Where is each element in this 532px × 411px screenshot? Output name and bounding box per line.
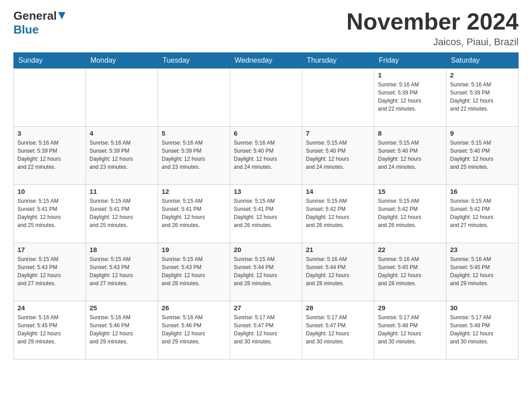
day-number: 26 [162, 304, 226, 312]
day-number: 20 [234, 246, 298, 253]
day-info: Sunrise: 5:16 AMSunset: 5:40 PMDaylight:… [234, 139, 298, 171]
day-number: 5 [162, 129, 226, 137]
day-number: 29 [378, 304, 442, 312]
day-number: 15 [378, 188, 442, 195]
calendar-subtitle: Jaicos, Piaui, Brazil [347, 36, 519, 48]
day-info: Sunrise: 5:16 AMSunset: 5:46 PMDaylight:… [90, 313, 154, 346]
day-info: Sunrise: 5:17 AMSunset: 5:47 PMDaylight:… [306, 313, 370, 346]
calendar-cell: 23Sunrise: 5:16 AMSunset: 5:45 PMDayligh… [446, 243, 519, 301]
day-info: Sunrise: 5:15 AMSunset: 5:41 PMDaylight:… [17, 197, 82, 229]
calendar-cell [14, 68, 86, 127]
calendar-cell: 30Sunrise: 5:17 AMSunset: 5:48 PMDayligh… [446, 301, 519, 360]
day-info: Sunrise: 5:16 AMSunset: 5:44 PMDaylight:… [306, 255, 370, 287]
day-info: Sunrise: 5:15 AMSunset: 5:40 PMDaylight:… [306, 139, 370, 171]
calendar-cell: 22Sunrise: 5:16 AMSunset: 5:45 PMDayligh… [374, 243, 446, 301]
day-info: Sunrise: 5:15 AMSunset: 5:44 PMDaylight:… [234, 255, 298, 287]
title-area: November 2024 Jaicos, Piaui, Brazil [347, 9, 519, 48]
calendar-cell: 10Sunrise: 5:15 AMSunset: 5:41 PMDayligh… [14, 185, 86, 243]
day-number: 7 [306, 129, 370, 137]
day-info: Sunrise: 5:15 AMSunset: 5:41 PMDaylight:… [90, 197, 154, 229]
calendar-cell: 16Sunrise: 5:15 AMSunset: 5:42 PMDayligh… [446, 185, 519, 243]
weekday-header-sunday: Sunday [14, 53, 86, 68]
calendar-cell: 18Sunrise: 5:15 AMSunset: 5:43 PMDayligh… [86, 243, 158, 301]
logo-blue-text: Blue [13, 23, 39, 37]
day-number: 24 [17, 304, 82, 312]
calendar-cell: 2Sunrise: 5:16 AMSunset: 5:39 PMDaylight… [446, 68, 519, 127]
calendar-cell: 27Sunrise: 5:17 AMSunset: 5:47 PMDayligh… [230, 301, 302, 360]
day-number: 18 [90, 246, 154, 253]
day-info: Sunrise: 5:15 AMSunset: 5:42 PMDaylight:… [306, 197, 370, 229]
calendar-week-row: 17Sunrise: 5:15 AMSunset: 5:43 PMDayligh… [14, 243, 519, 301]
day-info: Sunrise: 5:16 AMSunset: 5:45 PMDaylight:… [450, 255, 515, 287]
day-number: 16 [450, 188, 515, 195]
calendar-cell: 7Sunrise: 5:15 AMSunset: 5:40 PMDaylight… [302, 127, 374, 185]
day-info: Sunrise: 5:16 AMSunset: 5:39 PMDaylight:… [162, 139, 226, 171]
day-number: 28 [306, 304, 370, 312]
calendar-cell: 11Sunrise: 5:15 AMSunset: 5:41 PMDayligh… [86, 185, 158, 243]
calendar-cell [86, 68, 158, 127]
day-info: Sunrise: 5:16 AMSunset: 5:45 PMDaylight:… [378, 255, 442, 287]
calendar-cell: 4Sunrise: 5:16 AMSunset: 5:39 PMDaylight… [86, 127, 158, 185]
calendar-cell: 15Sunrise: 5:15 AMSunset: 5:42 PMDayligh… [374, 185, 446, 243]
weekday-header-row: SundayMondayTuesdayWednesdayThursdayFrid… [14, 53, 519, 68]
calendar-cell: 20Sunrise: 5:15 AMSunset: 5:44 PMDayligh… [230, 243, 302, 301]
day-number: 3 [17, 129, 82, 137]
day-number: 17 [17, 246, 82, 253]
weekday-header-tuesday: Tuesday [158, 53, 230, 68]
logo-general-text: General [13, 9, 57, 23]
day-number: 1 [378, 71, 442, 79]
calendar-cell: 29Sunrise: 5:17 AMSunset: 5:48 PMDayligh… [374, 301, 446, 360]
day-number: 21 [306, 246, 370, 253]
day-info: Sunrise: 5:15 AMSunset: 5:43 PMDaylight:… [162, 255, 226, 287]
calendar-cell [158, 68, 230, 127]
calendar-week-row: 10Sunrise: 5:15 AMSunset: 5:41 PMDayligh… [14, 185, 519, 243]
day-number: 27 [234, 304, 298, 312]
svg-marker-0 [58, 12, 65, 19]
day-info: Sunrise: 5:15 AMSunset: 5:40 PMDaylight:… [378, 139, 442, 171]
calendar-cell: 21Sunrise: 5:16 AMSunset: 5:44 PMDayligh… [302, 243, 374, 301]
weekday-header-friday: Friday [374, 53, 446, 68]
calendar-table: SundayMondayTuesdayWednesdayThursdayFrid… [13, 52, 519, 360]
day-number: 6 [234, 129, 298, 137]
calendar-cell: 25Sunrise: 5:16 AMSunset: 5:46 PMDayligh… [86, 301, 158, 360]
calendar-cell: 5Sunrise: 5:16 AMSunset: 5:39 PMDaylight… [158, 127, 230, 185]
day-number: 12 [162, 188, 226, 195]
calendar-cell: 6Sunrise: 5:16 AMSunset: 5:40 PMDaylight… [230, 127, 302, 185]
day-number: 9 [450, 129, 515, 137]
weekday-header-thursday: Thursday [302, 53, 374, 68]
calendar-header: SundayMondayTuesdayWednesdayThursdayFrid… [14, 53, 519, 68]
day-number: 2 [450, 71, 515, 79]
calendar-cell: 26Sunrise: 5:16 AMSunset: 5:46 PMDayligh… [158, 301, 230, 360]
logo-arrow-icon [58, 12, 66, 21]
day-info: Sunrise: 5:15 AMSunset: 5:43 PMDaylight:… [17, 255, 82, 287]
calendar-cell [230, 68, 302, 127]
day-info: Sunrise: 5:16 AMSunset: 5:39 PMDaylight:… [378, 81, 442, 113]
calendar-body: 1Sunrise: 5:16 AMSunset: 5:39 PMDaylight… [14, 68, 519, 360]
day-number: 14 [306, 188, 370, 195]
weekday-header-wednesday: Wednesday [230, 53, 302, 68]
calendar-cell: 1Sunrise: 5:16 AMSunset: 5:39 PMDaylight… [374, 68, 446, 127]
day-info: Sunrise: 5:15 AMSunset: 5:41 PMDaylight:… [162, 197, 226, 229]
day-info: Sunrise: 5:15 AMSunset: 5:42 PMDaylight:… [378, 197, 442, 229]
day-number: 8 [378, 129, 442, 137]
day-info: Sunrise: 5:16 AMSunset: 5:45 PMDaylight:… [17, 313, 82, 346]
calendar-cell: 9Sunrise: 5:15 AMSunset: 5:40 PMDaylight… [446, 127, 519, 185]
day-info: Sunrise: 5:16 AMSunset: 5:39 PMDaylight:… [17, 139, 82, 171]
day-info: Sunrise: 5:15 AMSunset: 5:40 PMDaylight:… [450, 139, 515, 171]
calendar-cell: 28Sunrise: 5:17 AMSunset: 5:47 PMDayligh… [302, 301, 374, 360]
day-info: Sunrise: 5:16 AMSunset: 5:39 PMDaylight:… [90, 139, 154, 171]
day-info: Sunrise: 5:17 AMSunset: 5:48 PMDaylight:… [378, 313, 442, 346]
day-info: Sunrise: 5:16 AMSunset: 5:46 PMDaylight:… [162, 313, 226, 346]
calendar-cell: 19Sunrise: 5:15 AMSunset: 5:43 PMDayligh… [158, 243, 230, 301]
day-number: 4 [90, 129, 154, 137]
logo-area: General Blue [13, 9, 66, 37]
weekday-header-monday: Monday [86, 53, 158, 68]
day-number: 19 [162, 246, 226, 253]
day-number: 25 [90, 304, 154, 312]
page-header: General Blue November 2024 Jaicos, Piaui… [13, 9, 519, 48]
logo-wrapper: General [13, 9, 66, 23]
calendar-week-row: 1Sunrise: 5:16 AMSunset: 5:39 PMDaylight… [14, 68, 519, 127]
day-info: Sunrise: 5:15 AMSunset: 5:41 PMDaylight:… [234, 197, 298, 229]
calendar-title: November 2024 [347, 9, 519, 34]
calendar-cell: 14Sunrise: 5:15 AMSunset: 5:42 PMDayligh… [302, 185, 374, 243]
